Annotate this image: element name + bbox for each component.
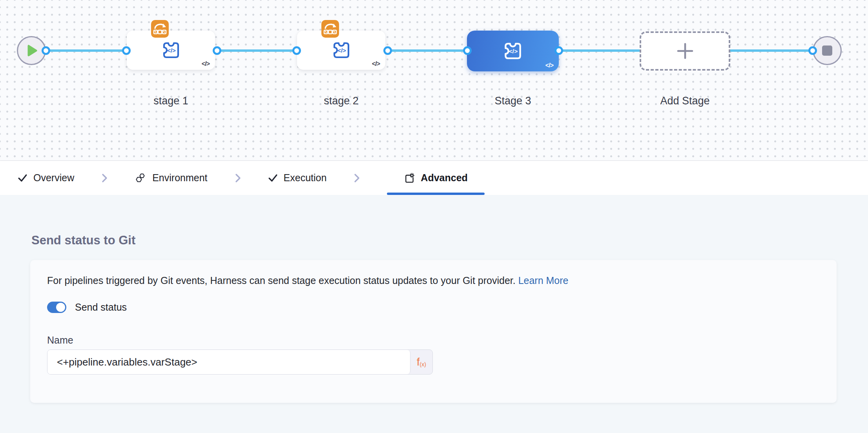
- code-glyph: </>: [337, 47, 346, 54]
- name-field-label: Name: [47, 335, 73, 346]
- connector-dot: [122, 46, 131, 55]
- connector-dot: [42, 46, 50, 55]
- rolling-deploy-badge: [151, 20, 169, 38]
- learn-more-link[interactable]: Learn More: [518, 275, 569, 286]
- pipeline-canvas: </> </> </> </> </> </>: [0, 0, 868, 161]
- check-icon: [18, 173, 27, 183]
- pipeline-end-node: [813, 36, 842, 65]
- fx-icon-sub: (x): [420, 361, 426, 368]
- send-status-toggle[interactable]: [47, 302, 66, 313]
- add-stage-button[interactable]: [640, 31, 730, 71]
- section-heading: Send status to Git: [31, 233, 135, 247]
- chevron-right-icon: [233, 173, 242, 183]
- stage-label: stage 1: [127, 95, 215, 107]
- stage-label: stage 2: [297, 95, 385, 107]
- tab-execution[interactable]: Execution: [268, 161, 327, 195]
- stage-card-stage-1[interactable]: </> </>: [127, 31, 215, 70]
- stage-config-tabbar: Overview Environment Execution: [0, 161, 868, 195]
- yaml-code-glyph: </>: [372, 60, 380, 67]
- stage-label: Stage 3: [467, 95, 559, 107]
- code-glyph: </>: [167, 47, 176, 54]
- advanced-settings-icon: [404, 173, 415, 184]
- yaml-code-glyph: </>: [545, 62, 553, 69]
- toggle-knob: [56, 303, 65, 312]
- tab-label: Environment: [152, 172, 207, 184]
- chevron-right-icon: [352, 173, 361, 183]
- stage-card-stage-2[interactable]: </> </>: [297, 31, 385, 70]
- send-status-toggle-row: Send status: [47, 302, 127, 313]
- stop-icon: [822, 45, 832, 56]
- play-icon: [25, 44, 38, 57]
- chevron-right-icon: [100, 173, 109, 183]
- custom-stage-puzzle-icon: </>: [160, 39, 182, 61]
- connector-dot: [463, 46, 472, 55]
- rolling-deploy-badge: [321, 20, 339, 38]
- tab-overview[interactable]: Overview: [18, 161, 74, 195]
- tab-label: Execution: [284, 172, 327, 184]
- yaml-code-glyph: </>: [202, 60, 210, 67]
- send-status-card: For pipelines triggered by Git events, H…: [30, 260, 837, 403]
- rolling-deploy-badge-icon: [322, 21, 338, 37]
- tab-label: Advanced: [421, 172, 467, 184]
- send-status-description: For pipelines triggered by Git events, H…: [47, 275, 569, 286]
- description-text: For pipelines triggered by Git events, H…: [47, 275, 516, 286]
- custom-stage-puzzle-icon: </>: [330, 39, 352, 61]
- connector-dot: [292, 46, 301, 55]
- tab-environment[interactable]: Environment: [135, 161, 207, 195]
- code-glyph: </>: [509, 48, 518, 55]
- custom-stage-puzzle-icon: </>: [501, 40, 524, 62]
- rolling-deploy-badge-icon: [152, 21, 168, 37]
- add-stage-label: Add Stage: [640, 95, 730, 107]
- stage-card-stage-3-selected[interactable]: </> </>: [467, 31, 559, 71]
- toggle-label: Send status: [75, 302, 127, 313]
- environment-icon: [135, 172, 146, 184]
- connector-dot: [808, 46, 817, 55]
- expression-fx-button[interactable]: f (x): [410, 350, 432, 374]
- connector-dot: [383, 46, 392, 55]
- name-input-group: f (x): [47, 349, 433, 375]
- fx-icon: f: [417, 356, 420, 368]
- advanced-tab-content: Send status to Git For pipelines trigger…: [0, 195, 868, 433]
- tab-label: Overview: [33, 172, 74, 184]
- tab-advanced[interactable]: Advanced: [387, 161, 484, 195]
- connector-dot: [213, 46, 221, 55]
- plus-icon: [676, 42, 695, 60]
- check-icon: [268, 173, 278, 183]
- name-input[interactable]: [47, 350, 410, 374]
- connector-dot: [554, 46, 563, 55]
